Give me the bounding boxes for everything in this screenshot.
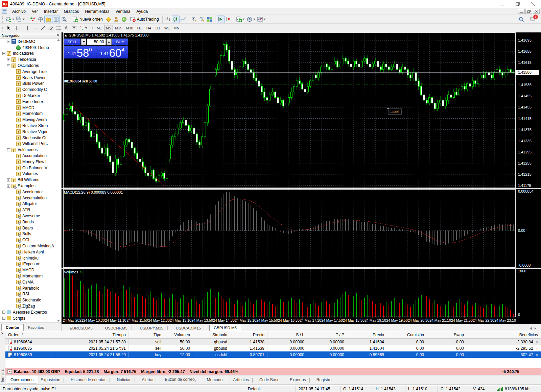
volume-input[interactable]: 50.00 [87, 39, 105, 45]
expand-icon[interactable]: + [7, 178, 10, 181]
column-header-beneficios[interactable]: Beneficios [467, 331, 541, 338]
tree-item-cci[interactable]: fCCI [0, 237, 61, 243]
tree-item-vol-menes[interactable]: −fVolúmenes [0, 147, 61, 153]
tab-scroll-left-icon[interactable] [530, 327, 532, 330]
tree-item-macd[interactable]: fMACD [0, 267, 61, 273]
close-position-icon[interactable]: × [536, 353, 538, 357]
new-order-button[interactable]: Nueva orden [71, 16, 105, 23]
tree-item-bulls-power[interactable]: fBulls Power [0, 81, 61, 87]
tree-item-bears[interactable]: fBears [0, 225, 61, 231]
collapse-icon[interactable]: − [7, 148, 10, 151]
menu-item-herramientas[interactable]: Herramientas [82, 8, 112, 15]
periods-button[interactable] [246, 16, 256, 23]
strategy-tester-button[interactable] [60, 16, 68, 23]
menu-item-ver[interactable]: Ver [29, 8, 41, 15]
metaeditor-button[interactable] [105, 16, 113, 23]
tree-item-moving-avera[interactable]: fMoving Avera [0, 117, 61, 123]
timeframe-m15-button[interactable]: M15 [113, 25, 124, 31]
expand-icon[interactable]: + [2, 317, 5, 320]
collapse-icon[interactable]: − [7, 64, 10, 67]
volume-increase-button[interactable] [107, 39, 112, 45]
tree-item-relative-stren[interactable]: fRelative Stren [0, 123, 61, 129]
text-label-tool-button[interactable]: T [70, 24, 78, 32]
navigator-close-icon[interactable]: ✕ [57, 33, 60, 37]
close-position-icon[interactable]: × [536, 346, 538, 350]
scroll-down-icon[interactable] [57, 320, 60, 322]
column-header-tiempo[interactable]: Tiempo [56, 331, 129, 338]
tree-item-awesome[interactable]: fAwesome [0, 213, 61, 219]
navigator-tab-común[interactable]: Común [1, 324, 24, 331]
chart-tab-eurusd-m5[interactable]: EURUSD,M5 [66, 325, 101, 331]
tree-item-indicadores[interactable]: −fIndicadores [0, 51, 61, 57]
timeframe-m1-button[interactable]: M1 [95, 25, 104, 31]
tree-item-force-index[interactable]: fForce Index [0, 99, 61, 105]
timeframe-h4-button[interactable]: H4 [144, 25, 153, 31]
tree-item-stochastic-os[interactable]: fStochastic Os [0, 135, 61, 141]
chart-tab-usdcad-m15[interactable]: USDCAD,M15 [172, 325, 209, 331]
candlestick-chart-button[interactable] [172, 16, 180, 23]
toolbar-grip[interactable] [92, 25, 94, 31]
cursor-tool-button[interactable] [5, 24, 13, 32]
order-row-81960635[interactable]: 819606352021.05.24 21:57:31sell50.00gbpu… [5, 345, 541, 351]
sell-price-button[interactable]: 1.41 58 0 [64, 46, 96, 58]
tree-item-scripts[interactable]: +Scripts [0, 315, 61, 321]
menu-item-insertar[interactable]: Insertar [41, 8, 61, 15]
terminal-tab-code-base[interactable]: Code Base [256, 376, 286, 384]
toolbar-grip[interactable] [2, 16, 4, 23]
search-button[interactable] [517, 16, 525, 23]
column-header-s-mbolo[interactable]: Símbolo [193, 331, 230, 338]
menu-item-ayuda[interactable]: Ayuda [133, 8, 151, 15]
navigator-button[interactable] [44, 16, 52, 23]
status-profile[interactable]: Default [245, 386, 296, 392]
tile-windows-button[interactable] [206, 16, 214, 23]
column-header-s-l[interactable]: S / L [267, 331, 307, 338]
price-chart[interactable]: 1.416951.416551.416151.415751.415351.414… [62, 32, 541, 324]
tree-item-osciladores[interactable]: −fOsciladores [0, 63, 61, 69]
tree-item-rsi[interactable]: fRSI [0, 291, 61, 297]
trendline-tool-button[interactable] [39, 24, 47, 32]
timeframe-m5-button[interactable]: M5 [104, 25, 113, 31]
tree-item-bands[interactable]: fBands [0, 219, 61, 225]
expand-icon[interactable]: + [7, 58, 10, 61]
market-watch-button[interactable] [29, 16, 37, 23]
column-header-swap[interactable]: Swap [427, 331, 467, 338]
tree-item-bulls[interactable]: fBulls [0, 231, 61, 237]
tree-item-accelerator[interactable]: fAccelerator [0, 189, 61, 195]
tree-item-average-true[interactable]: fAverage True [0, 69, 61, 75]
tree-item-ig-demo[interactable]: −IG-DEMO [0, 39, 61, 45]
restore-button[interactable] [510, 0, 525, 8]
column-header-precio[interactable]: Precio [230, 331, 267, 338]
indicators-button[interactable] [235, 16, 246, 23]
terminal-tab-art-culos[interactable]: Artículos [230, 376, 256, 384]
timeframe-d1-button[interactable]: D1 [154, 25, 162, 31]
tree-item-zigzag[interactable]: fZigZag [0, 303, 61, 309]
menu-item-archivo[interactable]: Archivo [9, 8, 29, 15]
terminal-close-icon[interactable]: ✕ [1, 332, 4, 335]
tree-item-alligator[interactable]: fAlligator [0, 201, 61, 207]
new-chart-button[interactable] [5, 16, 15, 23]
data-window-button[interactable] [37, 16, 44, 23]
tree-item-tendencia[interactable]: +fTendencia [0, 56, 61, 63]
terminal-tab-noticias[interactable]: Noticias [113, 376, 138, 384]
tree-item-atr[interactable]: fATR [0, 207, 61, 213]
tree-item-parabolic[interactable]: fParabolic [0, 285, 61, 291]
chart-tab-usdjpy-m15[interactable]: USDJPY,M15 [136, 325, 172, 331]
terminal-tab-alertas[interactable]: Alertas [138, 376, 161, 384]
terminal-tab-historial-de-cuentas[interactable]: Historial de cuentas [67, 376, 113, 384]
scroll-up-icon[interactable] [57, 39, 60, 41]
column-header-tipo[interactable]: Tipo [129, 331, 164, 338]
column-header-precio[interactable]: Precio [347, 331, 387, 338]
tree-item-accumulation[interactable]: fAccumulation [0, 195, 61, 201]
terminal-tab-mercado[interactable]: Mercado [204, 376, 230, 384]
tree-item-williams-perc[interactable]: fWilliams' Perc [0, 141, 61, 147]
line-chart-button[interactable] [180, 16, 187, 23]
tree-item-volumes[interactable]: fVolumes [0, 171, 61, 177]
horizontal-line-tool-button[interactable] [31, 24, 39, 32]
tree-item-osma[interactable]: fOsMA [0, 279, 61, 285]
close-position-icon[interactable]: × [536, 340, 538, 344]
tree-item-iexposure[interactable]: fiExposure [0, 261, 61, 267]
fibonacci-tool-button[interactable]: F [54, 24, 62, 32]
mdi-restore-button[interactable] [525, 9, 532, 14]
timeframe-w1-button[interactable]: W1 [163, 25, 172, 31]
chart-window-icon[interactable] [2, 9, 7, 14]
